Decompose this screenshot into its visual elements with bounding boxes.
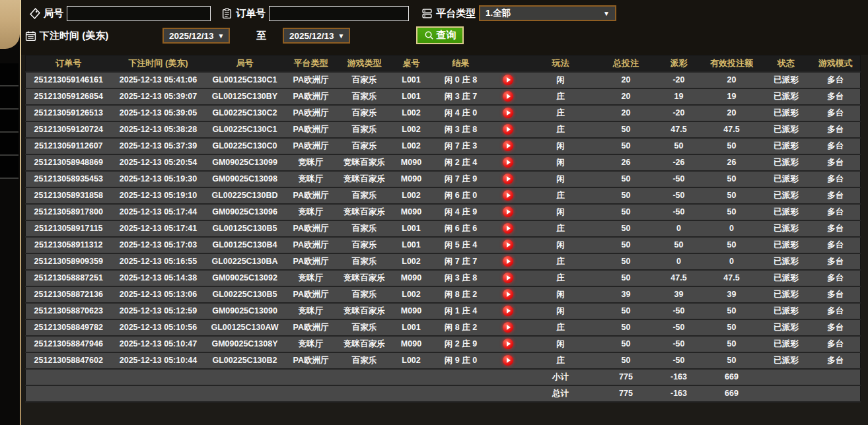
play-icon[interactable]	[503, 223, 513, 234]
table-body: 251213059146161 2025-12-13 05:41:06 GL00…	[26, 72, 861, 369]
cell-round-id: GL00225C130B2	[205, 352, 285, 369]
cell-payout: 39	[656, 286, 702, 303]
platform-select-value: 1.全部	[486, 7, 511, 19]
cell-replay	[491, 253, 525, 270]
play-icon[interactable]	[503, 124, 513, 135]
cell-order-number: 251213058948869	[26, 154, 112, 171]
play-icon[interactable]	[503, 141, 513, 151]
date-from-select[interactable]: 2025/12/13 ▼	[163, 28, 230, 44]
cell-game-type: 竞咪百家乐	[338, 171, 392, 187]
cell-bet-time: 2025-12-13 05:17:03	[112, 237, 205, 253]
platform-select[interactable]: 1.全部 ▼	[479, 5, 616, 21]
play-icon[interactable]	[503, 355, 513, 366]
cell-game-type: 竞咪百家乐	[338, 154, 392, 171]
cell-table-no: M090	[392, 204, 431, 220]
cell-valid-bet: 50	[702, 237, 762, 253]
cell-order-number: 251213059126513	[26, 105, 112, 121]
order-input[interactable]	[269, 6, 409, 21]
play-icon[interactable]	[503, 207, 513, 217]
cell-round-id: GL00125C130AW	[205, 319, 285, 336]
cell-play-type: 闲	[525, 303, 597, 319]
date-to-select[interactable]: 2025/12/13 ▼	[283, 28, 350, 44]
cell-round-id: GM09025C13099	[205, 154, 285, 171]
cell-game-mode: 多台	[811, 253, 861, 270]
calendar-icon	[25, 30, 36, 42]
sidebar-cell	[0, 86, 18, 110]
cell-table-no: L002	[392, 352, 431, 369]
query-button[interactable]: 查询	[416, 26, 464, 44]
cell-game-mode: 多台	[811, 121, 861, 138]
cell-bet-time: 2025-12-13 05:17:41	[112, 220, 205, 237]
header-valid-bet: 有效投注额	[702, 55, 762, 72]
cell-result: 闲 0 庄 8	[431, 72, 491, 88]
platform-filter-group: 平台类型 1.全部 ▼	[421, 5, 616, 21]
cell-game-type: 百家乐	[338, 187, 392, 204]
table-row: 251213059120724 2025-12-13 05:38:28 GL00…	[26, 121, 861, 138]
cell-bet-time: 2025-12-13 05:19:10	[112, 187, 205, 204]
play-icon[interactable]	[503, 339, 513, 349]
cell-bet-time: 2025-12-13 05:14:38	[112, 270, 205, 286]
cell-game-mode: 多台	[811, 303, 861, 319]
cell-platform: PA欧洲厅	[285, 253, 338, 270]
play-icon[interactable]	[503, 273, 513, 283]
play-icon[interactable]	[503, 240, 513, 250]
play-icon[interactable]	[503, 256, 513, 267]
main-panel: 局号 订单号 平台类型 1.全部 ▼	[21, 0, 868, 425]
cell-payout: -50	[656, 303, 702, 319]
cell-order-number: 251213058917800	[26, 204, 112, 220]
cell-bet-time: 2025-12-13 05:10:44	[112, 352, 205, 369]
play-icon[interactable]	[503, 157, 513, 168]
cell-bet-time: 2025-12-13 05:39:07	[112, 88, 205, 105]
chevron-down-icon: ▼	[338, 32, 345, 40]
cell-play-type: 庄	[525, 121, 597, 138]
cell-round-id: GM09025C1308Y	[205, 336, 285, 352]
play-icon[interactable]	[503, 174, 513, 184]
cell-platform: PA欧洲厅	[285, 352, 338, 369]
play-icon[interactable]	[503, 289, 513, 300]
cell-table-no: M090	[392, 154, 431, 171]
cell-play-type: 闲	[525, 154, 597, 171]
play-icon[interactable]	[503, 108, 513, 118]
betting-records-screen: 局号 订单号 平台类型 1.全部 ▼	[0, 0, 868, 425]
cell-replay	[491, 121, 525, 138]
header-payout: 派彩	[656, 55, 702, 72]
total-valid: 669	[702, 385, 762, 402]
cell-result: 闲 3 庄 8	[431, 121, 491, 138]
subtotal-bet: 775	[597, 369, 656, 385]
cell-game-type: 百家乐	[338, 88, 392, 105]
decorative-tab-corner	[0, 0, 20, 49]
table-row: 251213058917800 2025-12-13 05:17:44 GM09…	[26, 204, 861, 220]
cell-bet-time: 2025-12-13 05:19:30	[112, 171, 205, 187]
cell-game-mode: 多台	[811, 171, 861, 187]
table-header-row: 订单号 下注时间 (美东) 局号 平台类型 游戏类型 桌号 结果 玩法 总投注 …	[26, 55, 861, 72]
cell-game-type: 百家乐	[338, 72, 392, 88]
cell-total-bet: 50	[597, 237, 656, 253]
cell-total-bet: 20	[597, 105, 656, 121]
header-table-no: 桌号	[392, 55, 431, 72]
header-game-type: 游戏类型	[338, 55, 392, 72]
cell-table-no: L001	[392, 88, 431, 105]
bet-time-label: 下注时间 (美东)	[40, 30, 108, 42]
cell-game-mode: 多台	[811, 204, 861, 220]
cell-replay	[491, 352, 525, 369]
cell-table-no: L001	[392, 237, 431, 253]
cell-total-bet: 20	[597, 88, 656, 105]
play-icon[interactable]	[503, 190, 513, 201]
cell-total-bet: 50	[597, 319, 656, 336]
cell-result: 闲 7 庄 7	[431, 253, 491, 270]
cell-total-bet: 50	[597, 138, 656, 154]
cell-order-number: 251213058917115	[26, 220, 112, 237]
order-label: 订单号	[236, 7, 266, 20]
cell-payout: -20	[656, 72, 702, 88]
cell-valid-bet: 50	[702, 171, 762, 187]
play-icon[interactable]	[503, 75, 513, 85]
play-icon[interactable]	[503, 306, 513, 316]
cell-result: 闲 3 庄 7	[431, 88, 491, 105]
header-order: 订单号	[26, 55, 112, 72]
play-icon[interactable]	[503, 91, 513, 102]
cell-game-mode: 多台	[811, 88, 861, 105]
play-icon[interactable]	[503, 322, 513, 333]
cell-total-bet: 50	[597, 187, 656, 204]
round-input[interactable]	[67, 6, 211, 21]
cell-valid-bet: 50	[702, 138, 762, 154]
